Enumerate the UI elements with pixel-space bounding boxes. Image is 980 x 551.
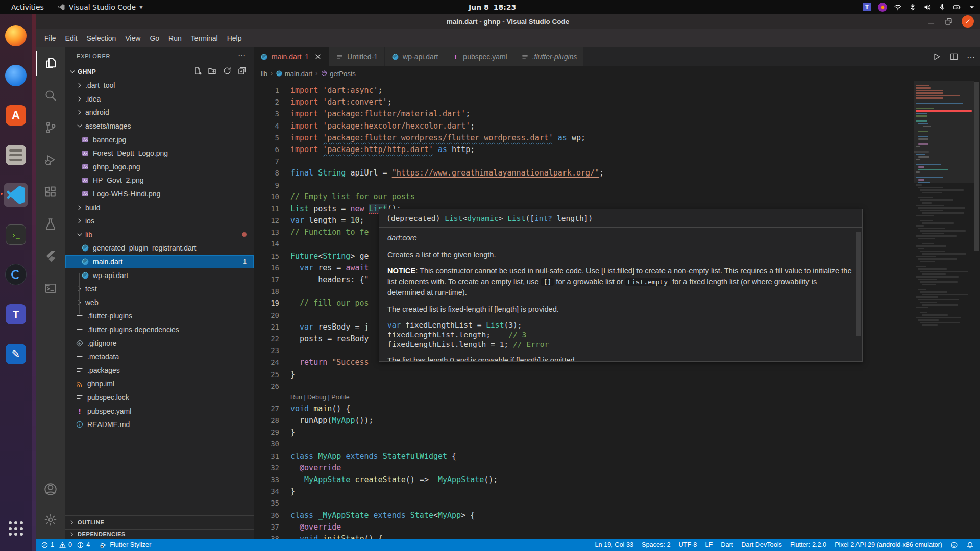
menu-edit[interactable]: Edit xyxy=(61,32,82,45)
close-tab-icon[interactable] xyxy=(314,53,322,61)
code-line[interactable]: 27void main() { xyxy=(254,403,914,415)
code-line[interactable]: 30 xyxy=(254,438,914,450)
line-number[interactable]: 26 xyxy=(254,381,279,392)
tree-item-.idea[interactable]: .idea xyxy=(65,92,254,106)
tree-item-.flutter-plugins-dependencies[interactable]: .flutter-plugins-dependencies xyxy=(65,323,254,337)
tab-pubspec.yaml[interactable]: !pubspec.yaml xyxy=(445,47,514,66)
menu-terminal[interactable]: Terminal xyxy=(186,32,223,45)
line-number[interactable]: 30 xyxy=(254,438,279,450)
line-number[interactable]: 27 xyxy=(254,403,279,415)
code-line[interactable]: 25} xyxy=(254,369,914,381)
split-editor-icon[interactable] xyxy=(949,52,959,61)
line-number[interactable]: 12 xyxy=(254,215,279,227)
activity-testing[interactable] xyxy=(36,212,65,236)
editor-more-actions-icon[interactable]: ⋯ xyxy=(967,52,975,62)
tree-item-main.dart[interactable]: main.dart1 xyxy=(65,255,254,269)
dock-item-dark-app[interactable] xyxy=(4,262,28,287)
caret-down-icon[interactable] xyxy=(968,3,976,11)
teams-tray-icon[interactable]: T xyxy=(863,3,871,11)
line-number[interactable]: 4 xyxy=(254,120,279,132)
activities-button[interactable]: Activities xyxy=(7,3,48,11)
tree-item-HP_Govt_2.png[interactable]: HP_Govt_2.png xyxy=(65,173,254,187)
line-number[interactable]: 38 xyxy=(254,533,279,539)
line-number[interactable]: 37 xyxy=(254,521,279,533)
breadcrumb-getPosts[interactable]: getPosts xyxy=(321,70,356,78)
code-line[interactable]: 1import 'dart:async'; xyxy=(254,85,914,96)
outline-section[interactable]: OUTLINE xyxy=(65,515,254,529)
line-number[interactable]: 3 xyxy=(254,108,279,120)
line-number[interactable]: 31 xyxy=(254,450,279,462)
code-line[interactable]: 31class MyApp extends StatefulWidget { xyxy=(254,450,914,462)
tree-item-README.md[interactable]: README.md xyxy=(65,418,254,432)
views-more-icon[interactable]: ⋯ xyxy=(238,51,246,60)
line-number[interactable]: 32 xyxy=(254,462,279,474)
collapse-all-icon[interactable] xyxy=(237,66,247,76)
line-number[interactable]: 23 xyxy=(254,345,279,357)
activity-source-control[interactable] xyxy=(36,115,65,140)
code-line[interactable]: 35 xyxy=(254,497,914,509)
line-number[interactable]: 15 xyxy=(254,251,279,262)
line-number[interactable]: 8 xyxy=(254,167,279,179)
line-number[interactable]: 33 xyxy=(254,474,279,486)
code-editor[interactable]: 1import 'dart:async';2import 'dart:conve… xyxy=(254,81,980,539)
line-number[interactable]: 28 xyxy=(254,415,279,427)
vertical-scrollbar[interactable] xyxy=(974,81,980,539)
code-line[interactable]: 38 void initState() { xyxy=(254,533,914,539)
dock-item-files[interactable] xyxy=(4,143,28,167)
tab-.flutter-plugins[interactable]: .flutter-plugins xyxy=(514,47,584,66)
refresh-icon[interactable] xyxy=(223,66,232,76)
code-line[interactable]: 36class _MyAppState extends State<MyApp>… xyxy=(254,510,914,521)
tree-item-ghnp.iml[interactable]: ghnp.iml xyxy=(65,377,254,391)
menu-file[interactable]: File xyxy=(40,32,61,45)
line-number[interactable]: 21 xyxy=(254,321,279,333)
tree-item-wp-api.dart[interactable]: wp-api.dart xyxy=(65,268,254,282)
status-utf-8[interactable]: UTF-8 xyxy=(678,539,697,551)
menu-go[interactable]: Go xyxy=(145,32,164,45)
line-number[interactable]: 19 xyxy=(254,297,279,309)
line-number[interactable]: 16 xyxy=(254,262,279,274)
tree-item-assets/images[interactable]: assets/images xyxy=(65,119,254,133)
tree-item-build[interactable]: build xyxy=(65,201,254,214)
activity-explorer[interactable] xyxy=(36,51,65,76)
hover-scrollbar[interactable] xyxy=(856,232,861,336)
line-number[interactable]: 24 xyxy=(254,357,279,368)
status-pixel[interactable]: Pixel 2 API 29 (android-x86 emulator) xyxy=(835,539,942,551)
tree-item-Forest_Deptt_Logo.png[interactable]: Forest_Deptt_Logo.png xyxy=(65,146,254,160)
menu-selection[interactable]: Selection xyxy=(82,32,121,45)
status-spaces[interactable]: Spaces: 2 xyxy=(642,539,670,551)
tree-item-.metadata[interactable]: .metadata xyxy=(65,350,254,364)
tree-item-android[interactable]: android xyxy=(65,106,254,119)
dock-item-ubuntu-software[interactable]: A xyxy=(4,103,28,128)
microphone-icon[interactable] xyxy=(938,3,946,11)
app-menu[interactable]: Visual Studio Code ▼ xyxy=(57,3,143,11)
code-line[interactable]: 8final String apiUrl = "https://www.grea… xyxy=(254,167,914,179)
restore-button[interactable] xyxy=(944,17,953,26)
dock-item-teams[interactable]: T xyxy=(4,302,28,327)
line-number[interactable]: 22 xyxy=(254,333,279,345)
tree-item-.gitignore[interactable]: .gitignore xyxy=(65,336,254,350)
line-number[interactable]: 14 xyxy=(254,238,279,250)
status-bell[interactable] xyxy=(966,539,974,551)
activity-dart-devtools[interactable] xyxy=(36,276,65,300)
minimize-button[interactable] xyxy=(927,17,936,26)
tree-item-.dart_tool[interactable]: .dart_tool xyxy=(65,79,254,92)
code-line[interactable]: 29} xyxy=(254,427,914,438)
scrollbar-thumb[interactable] xyxy=(974,82,979,251)
close-button[interactable] xyxy=(962,15,974,28)
code-line[interactable]: 34} xyxy=(254,486,914,497)
code-line[interactable]: 10// Empty list for our posts xyxy=(254,191,914,203)
code-line[interactable]: 7 xyxy=(254,156,914,167)
flame-app-tray-icon[interactable] xyxy=(878,3,887,12)
tab-wp-api.dart[interactable]: wp-api.dart xyxy=(385,47,445,66)
dock-item-vscode[interactable] xyxy=(4,183,28,207)
activity-settings[interactable] xyxy=(36,508,65,532)
code-line[interactable]: 6import 'package:http/http.dart' as http… xyxy=(254,144,914,156)
menu-view[interactable]: View xyxy=(120,32,145,45)
line-number[interactable]: 2 xyxy=(254,96,279,108)
code-line[interactable]: 37 @override xyxy=(254,521,914,533)
tree-item-.flutter-plugins[interactable]: .flutter-plugins xyxy=(65,309,254,323)
breadcrumb-lib[interactable]: lib xyxy=(261,70,267,78)
flutter-stylizer-item[interactable]: Flutter Stylizer xyxy=(100,539,151,551)
activity-account[interactable] xyxy=(36,477,65,502)
line-number[interactable]: 17 xyxy=(254,274,279,286)
